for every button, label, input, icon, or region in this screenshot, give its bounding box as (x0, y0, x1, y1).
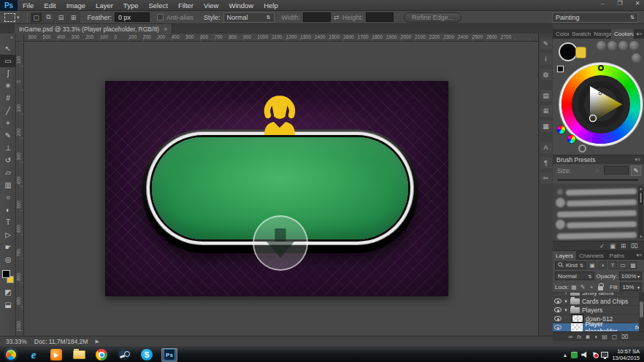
minimize-icon[interactable]: – (597, 0, 607, 7)
saturation-triangle[interactable] (572, 75, 630, 134)
document-tab-close-icon[interactable]: × (164, 26, 167, 33)
brush-stroke-preview-icon[interactable]: ✓ (599, 242, 605, 250)
dock-3d-panel-icon[interactable]: ✂ (540, 172, 552, 184)
fill-input[interactable]: 15% ▾ (620, 282, 642, 291)
blend-mode-select[interactable]: Normal ⇅ (555, 272, 594, 280)
lock-pixels-icon[interactable]: ✎ (579, 283, 586, 291)
filter-shape-layers-icon[interactable]: ▭ (618, 261, 627, 269)
tab-color[interactable]: Color (553, 29, 569, 39)
panel-menu-icon[interactable]: ▾≡ (634, 29, 644, 39)
filter-pixel-layers-icon[interactable]: ▣ (588, 261, 597, 269)
dock-histogram-icon[interactable]: ▦ (540, 120, 552, 132)
lock-transparency-icon[interactable]: ▦ (570, 283, 578, 291)
default-colors-icon[interactable] (557, 66, 564, 72)
new-layer-icon[interactable]: ▢ (612, 334, 618, 340)
harmony-icon-4[interactable] (629, 41, 639, 50)
workspace-select[interactable]: Painting ⇅ (552, 12, 638, 23)
tool-hand[interactable]: ☛ (0, 241, 16, 253)
adjustment-layer-icon[interactable]: ◑ (594, 334, 597, 340)
taskbar-internet-explorer[interactable]: e (26, 348, 42, 362)
marquee-tool-icon[interactable] (4, 13, 15, 22)
scrollbar-thumb[interactable] (640, 301, 643, 317)
brush-preset-row[interactable] (556, 197, 637, 208)
close-icon[interactable]: ✕ (632, 0, 643, 7)
subtract-selection-mode-icon[interactable]: ⊟ (55, 12, 67, 23)
expand-icon[interactable]: ▼ (564, 308, 568, 312)
dock-clone-source-icon[interactable]: ◍ (540, 69, 552, 80)
tool-smudge[interactable]: ○ (0, 191, 16, 204)
brush-panel-menu-icon[interactable]: ▾≡ (635, 157, 640, 163)
tool-move[interactable]: ↖ (0, 42, 16, 55)
color-wheel[interactable] (561, 65, 640, 144)
intersect-selection-mode-icon[interactable]: ⊞ (68, 12, 80, 23)
menu-image[interactable]: Image (61, 0, 91, 11)
visibility-eye-icon[interactable] (554, 299, 561, 304)
dock-brush-panel-icon[interactable]: ✎ (540, 38, 552, 50)
secondary-color-swatch[interactable] (575, 47, 586, 58)
delete-layer-icon[interactable]: ⌧ (621, 334, 628, 340)
layer-thumbnail[interactable]: ↓ (572, 315, 583, 323)
hue-marker-icon[interactable] (598, 65, 604, 71)
tool-screen-mode[interactable]: ⬓ (0, 299, 16, 311)
harmony-icon-3[interactable] (618, 41, 628, 50)
style-select[interactable]: Normal ⇅ (223, 12, 275, 23)
swap-dimensions-icon[interactable]: ⇄ (334, 14, 340, 21)
brush-view-mode-icon[interactable]: ▣ (610, 242, 616, 250)
empty-seat-placeholder[interactable] (253, 215, 308, 271)
anti-alias-checkbox[interactable] (157, 14, 164, 20)
scroll-down-icon[interactable]: ▼ (638, 234, 643, 239)
taskbar-file-explorer[interactable] (71, 348, 87, 362)
filter-smart-objects-icon[interactable]: ▩ (629, 261, 637, 269)
tool-gradient[interactable]: ▥ (0, 179, 16, 191)
menu-layer[interactable]: Layer (91, 0, 118, 11)
layer-effects-icon[interactable]: fx (577, 334, 581, 340)
layers-scrollbar[interactable] (639, 293, 644, 331)
new-selection-mode-icon[interactable]: ▢ (31, 12, 42, 23)
ring-mode-icon[interactable] (578, 145, 586, 153)
brush-preset-row[interactable] (556, 208, 637, 219)
brush-preset-list[interactable]: ▲ ▼ (553, 184, 644, 241)
brush-list-scrollbar[interactable]: ▲ ▼ (638, 186, 643, 239)
canvas-area[interactable] (24, 42, 538, 336)
zoom-level[interactable]: 33.33% (6, 338, 27, 345)
tool-type[interactable]: T (0, 216, 16, 228)
tool-preset-caret-icon[interactable]: ▾ (17, 15, 20, 20)
visibility-eye-icon[interactable] (554, 325, 561, 330)
tab-navigator[interactable]: Navigat (591, 29, 611, 39)
dock-styles-panel-icon[interactable]: ▤ (540, 90, 552, 101)
feather-input[interactable]: 0 px (115, 12, 150, 22)
dock-info-panel-icon[interactable]: i (540, 53, 552, 65)
tool-dodge[interactable]: ◐ (0, 204, 16, 216)
taskbar-skype[interactable]: S (139, 348, 155, 362)
color-wheel-icon[interactable] (556, 125, 566, 134)
refine-edge-button[interactable]: Refine Edge... (404, 12, 461, 23)
lock-all-icon[interactable] (597, 283, 604, 291)
visibility-eye-icon[interactable] (554, 307, 561, 312)
brush-preview-icon[interactable]: ✎ (631, 166, 641, 176)
scroll-up-icon[interactable]: ▲ (638, 186, 643, 190)
add-selection-mode-icon[interactable]: ⧉ (43, 12, 55, 23)
opacity-input[interactable]: 100% ▾ (619, 272, 642, 280)
vertical-ruler[interactable]: 10001002003004005006007008009001000 (16, 42, 24, 336)
layer-thumbnail[interactable] (571, 323, 583, 331)
tab-coolorus[interactable]: Coolorus (611, 29, 634, 39)
link-layers-icon[interactable]: ∞ (569, 334, 573, 340)
foreground-color-swatch[interactable] (2, 270, 10, 278)
brush-size-input[interactable] (604, 166, 629, 174)
tool-quick-mask-mode[interactable]: ◩ (0, 286, 16, 299)
tab-swatches[interactable]: Swatche (569, 29, 591, 39)
tool-brush[interactable]: ✎ (0, 129, 16, 142)
layer-mask-icon[interactable]: ◙ (586, 334, 589, 340)
menu-type[interactable]: Type (118, 0, 144, 11)
taskbar-steam[interactable] (116, 348, 132, 362)
new-brush-icon[interactable]: ⊞ (621, 242, 626, 250)
toolbar-collapse-icon[interactable]: » (0, 34, 15, 42)
dock-tool-presets-icon[interactable]: ⊞ (540, 105, 552, 117)
tool-crop[interactable]: # (0, 92, 16, 104)
scrollbar-thumb[interactable] (639, 192, 643, 204)
tool-healing-brush[interactable]: + (0, 117, 16, 129)
taskbar-photoshop[interactable]: Ps (161, 348, 177, 362)
dock-paragraph-panel-icon[interactable]: ¶ (540, 157, 552, 169)
brush-preset-row[interactable] (556, 230, 637, 241)
tool-rectangular-marquee[interactable]: ▭ (0, 55, 16, 67)
